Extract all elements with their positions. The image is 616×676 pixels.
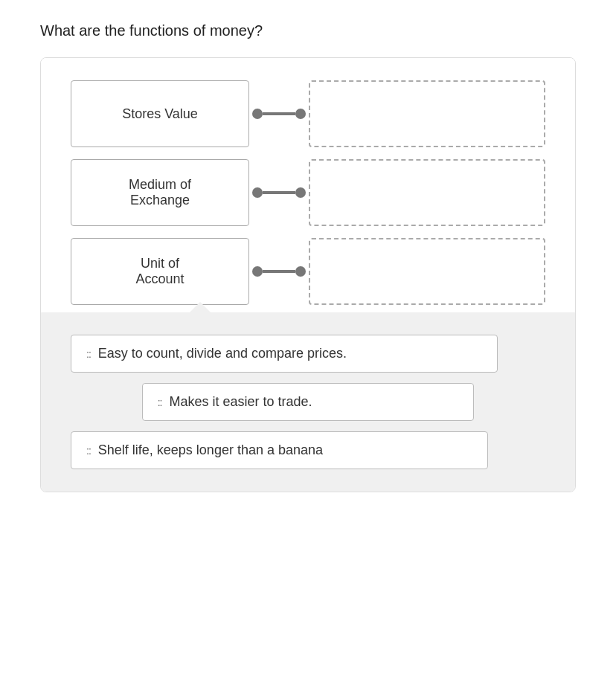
draggable-label-2: Makes it easier to trade. [169,394,312,410]
drag-handle-icon-2: :: [158,396,162,408]
draggable-label-1: Easy to count, divide and compare prices… [98,346,347,361]
source-item-stores-value[interactable]: Stores Value [71,80,249,147]
draggable-item-3[interactable]: :: Shelf life, keeps longer than a banan… [71,431,488,469]
dumbbell-right-1 [295,109,306,119]
matching-area: Stores Value Medium of Exchange Unit of … [71,80,545,305]
connector-row-2 [249,159,309,226]
draggable-item-2[interactable]: :: Makes it easier to trade. [142,383,475,421]
dumbbell-right-2 [295,187,306,198]
draggable-label-3: Shelf life, keeps longer than a banana [98,442,323,458]
drag-handle-icon-1: :: [86,348,91,360]
source-label-stores-value: Stores Value [122,106,198,122]
top-section: Stores Value Medium of Exchange Unit of … [41,58,575,312]
dumbbell-bar-3 [263,270,295,273]
page-container: What are the functions of money? Stores … [40,22,576,492]
connector-row-3 [249,238,309,305]
target-column [309,80,545,305]
source-item-medium-of-exchange[interactable]: Medium of Exchange [71,159,249,226]
source-label-medium-of-exchange: Medium of Exchange [129,177,191,208]
dumbbell-left-1 [252,109,263,119]
dumbbell-bar-2 [263,191,295,194]
draggable-items-container: :: Easy to count, divide and compare pri… [71,335,545,469]
dumbbell-right-3 [295,266,306,277]
connector-dumbbell-3 [252,266,306,277]
source-item-unit-of-account[interactable]: Unit of Account [71,238,249,305]
draggable-item-1[interactable]: :: Easy to count, divide and compare pri… [71,335,498,373]
connector-dumbbell-2 [252,187,306,198]
drop-zone-1[interactable] [309,80,545,147]
drop-zone-2[interactable] [309,159,545,226]
question-title: What are the functions of money? [40,22,576,39]
dumbbell-bar-1 [263,112,295,115]
dumbbell-left-2 [252,187,263,198]
connector-row-1 [249,80,309,147]
drag-handle-icon-3: :: [86,445,91,457]
source-label-unit-of-account: Unit of Account [135,256,184,287]
connector-dumbbell-1 [252,109,306,119]
source-column: Stores Value Medium of Exchange Unit of … [71,80,249,305]
drop-zone-3[interactable] [309,238,545,305]
connector-column [249,80,309,305]
bottom-section: :: Easy to count, divide and compare pri… [41,312,575,492]
dumbbell-left-3 [252,266,263,277]
main-card: Stores Value Medium of Exchange Unit of … [40,57,576,492]
